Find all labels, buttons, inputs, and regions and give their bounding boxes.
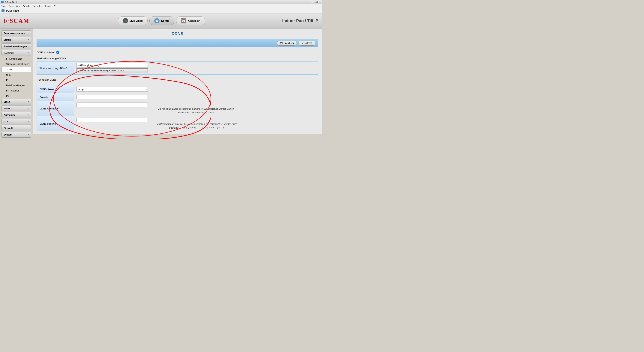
password-value: Das Passwort darf maximal 12 Zeichen ent…: [74, 116, 318, 131]
maximize-button[interactable]: □: [314, 1, 318, 3]
main-panel-wrapper: DDNS 💾 Speichern ↺ Refresh DDNS aktivier…: [33, 28, 322, 176]
chevron-down-icon: ▼: [27, 108, 29, 110]
sidebar-basis-label: Basis-Einstellungen: [4, 45, 27, 48]
domain-value: [74, 93, 318, 101]
minimize-button[interactable]: _: [311, 1, 314, 3]
nav-tabs: 📹 Live-Video ⚙ Konfig 📅 Abspielen: [41, 16, 282, 25]
app-bar-label: IPCam Client: [6, 10, 19, 12]
refresh-icon: ↺: [302, 42, 304, 44]
ddns-activate-checkbox[interactable]: [56, 51, 59, 54]
werks-value: DDNSS auf Werkseinstellungen zurücksetze…: [74, 62, 318, 74]
ddns-server-label: DDNS-Server: [37, 85, 74, 93]
calendar-icon: 📅: [181, 18, 186, 24]
sidebar-item-firewall[interactable]: Firewall ▼: [2, 125, 31, 131]
sidebar-item-aufnahme[interactable]: Aufnahme ▼: [2, 112, 31, 118]
sidebar-firewall-label: Firewall: [4, 127, 12, 130]
refresh-label: Refresh: [304, 42, 312, 44]
werkseinstellungs-input[interactable]: [76, 63, 148, 68]
benutzer-ddns-table: DDNS-Server no-ip DynDNS 3322 Domain: [36, 85, 318, 132]
sidebar-ptz-label: PTZ: [4, 120, 8, 123]
werkseinstellungs-section-label: Werkseinstellungs-DDNS: [36, 57, 318, 60]
benutzer-ddns-header: Benutzer-DDNS: [36, 78, 318, 82]
username-value: Die maximale Länge des Benutzernamens is…: [74, 101, 318, 116]
sidebar-item-basis[interactable]: Basis-Einstellungen ▼: [2, 44, 31, 49]
page-title: DDNS: [36, 31, 318, 36]
menu-ansicht[interactable]: Ansicht: [23, 5, 30, 8]
app-bar-icon: [2, 9, 4, 12]
sidebar-item-mail[interactable]: Mail-Einstellungen: [2, 83, 31, 88]
sidebar-system-label: System: [4, 133, 12, 136]
domain-row: Domain: [37, 93, 318, 101]
sidebar-item-ptz[interactable]: PTZ ▼: [2, 119, 31, 124]
password-row: DDNS-Passwort Das Passwort darf maximal …: [37, 116, 318, 131]
sidebar-item-ftp[interactable]: FTP-Settings: [2, 88, 31, 93]
domain-label: Domain: [37, 93, 74, 101]
sidebar-video-label: Video: [4, 100, 10, 103]
werks-label: Werkseinstellungs-DDNS: [37, 62, 74, 74]
logo: F●SCAM: [4, 18, 30, 24]
ddns-server-select[interactable]: no-ip DynDNS 3322: [76, 87, 148, 92]
username-row: DDNS-Username Die maximale Länge des Ben…: [37, 101, 318, 116]
tab-abspielen[interactable]: 📅 Abspielen: [176, 16, 205, 25]
sidebar: Setup-Assistenten ▼ Status ▼ Basis-Einst…: [0, 28, 33, 176]
chevron-down-icon: ▼: [27, 120, 29, 122]
camera-icon: 📹: [123, 18, 128, 24]
chevron-down-icon: ▼: [27, 114, 29, 116]
chevron-down-icon: ▼: [27, 39, 29, 41]
tab-live-video-label: Live-Video: [130, 19, 143, 22]
window-controls[interactable]: _ □ ✕: [311, 1, 321, 3]
sidebar-status-label: Status: [4, 38, 11, 41]
sidebar-item-status[interactable]: Status ▼: [2, 37, 31, 43]
chevron-down-icon: ▼: [27, 52, 29, 54]
main-header: F●SCAM 📹 Live-Video ⚙ Konfig 📅 Abspielen…: [0, 14, 322, 28]
menu-favoriten[interactable]: Favoriten: [33, 5, 42, 8]
app-icon: [1, 1, 4, 3]
refresh-button[interactable]: ↺ Refresh: [299, 41, 315, 46]
sidebar-netzwerk-label: Netzwerk: [4, 52, 14, 54]
chevron-down-icon: ▼: [27, 45, 29, 48]
action-bar: 💾 Speichern ↺ Refresh: [36, 39, 318, 47]
menu-help[interactable]: ?: [54, 5, 56, 8]
gear-icon: ⚙: [154, 18, 160, 24]
menu-extras[interactable]: Extras: [45, 5, 51, 8]
chevron-down-icon: ▼: [27, 134, 29, 136]
chevron-down-icon: ▼: [27, 101, 29, 103]
username-hint2: Buchstaben und Symbole: _ - @ $ *: [76, 111, 316, 114]
ddns-activate-label: DDNS aktivieren: [36, 51, 54, 54]
sidebar-item-upnp[interactable]: UPnP: [2, 73, 31, 77]
sidebar-item-ddns[interactable]: DDNS: [2, 67, 31, 72]
close-button[interactable]: ✕: [318, 1, 321, 3]
content-area: Setup-Assistenten ▼ Status ▼ Basis-Einst…: [0, 28, 322, 176]
password-input[interactable]: [76, 118, 148, 122]
tab-konfig[interactable]: ⚙ Konfig: [150, 16, 174, 25]
sidebar-item-system[interactable]: System ▼: [2, 132, 31, 138]
tab-konfig-label: Konfig: [161, 19, 169, 22]
save-button[interactable]: 💾 Speichern: [277, 41, 297, 46]
ddns-activate-row: DDNS aktivieren: [36, 50, 318, 55]
save-label: Speichern: [284, 42, 294, 44]
tab-live-video[interactable]: 📹 Live-Video: [118, 16, 148, 25]
sidebar-item-wireless[interactable]: Wireless-Einstellungen: [2, 62, 31, 66]
menu-datei[interactable]: Datei: [1, 5, 6, 8]
title-bar-text: IPCam Client: [4, 1, 17, 3]
username-input[interactable]: [76, 102, 148, 107]
password-hint2: unterstützt ~ ! @ # $ % ^ * ( ) _ + { } …: [76, 126, 316, 130]
sidebar-setup-label: Setup-Assistenten: [4, 32, 25, 35]
domain-input[interactable]: [76, 95, 148, 99]
sidebar-item-ip-konfiguration[interactable]: IP-Konfiguration: [2, 56, 31, 61]
chevron-down-icon: ▼: [27, 127, 29, 129]
menu-bearbeiten[interactable]: Bearbeiten: [9, 5, 20, 8]
sidebar-item-setup[interactable]: Setup-Assistenten ▼: [2, 30, 31, 36]
sidebar-item-port[interactable]: Port: [2, 78, 31, 82]
username-hint1: Die maximale Länge des Benutzernamens is…: [76, 107, 316, 111]
sidebar-item-netzwerk[interactable]: Netzwerk ▼: [2, 50, 31, 56]
tab-abspielen-label: Abspielen: [188, 19, 200, 22]
reset-ddns-button[interactable]: DDNSS auf Werkseinstellungen zurücksetze…: [76, 68, 148, 73]
menu-bar: Datei Bearbeiten Ansicht Favoriten Extra…: [0, 4, 322, 8]
device-title: Indoor Pan / Tilt IP: [282, 18, 318, 23]
sidebar-item-p2p[interactable]: P2P: [2, 94, 31, 98]
sidebar-item-alarm[interactable]: Alarm ▼: [2, 106, 31, 111]
sidebar-item-video[interactable]: Video ▼: [2, 99, 31, 105]
title-bar: IPCam Client _ □ ✕: [0, 0, 322, 4]
ddns-server-value: no-ip DynDNS 3322: [74, 85, 318, 93]
